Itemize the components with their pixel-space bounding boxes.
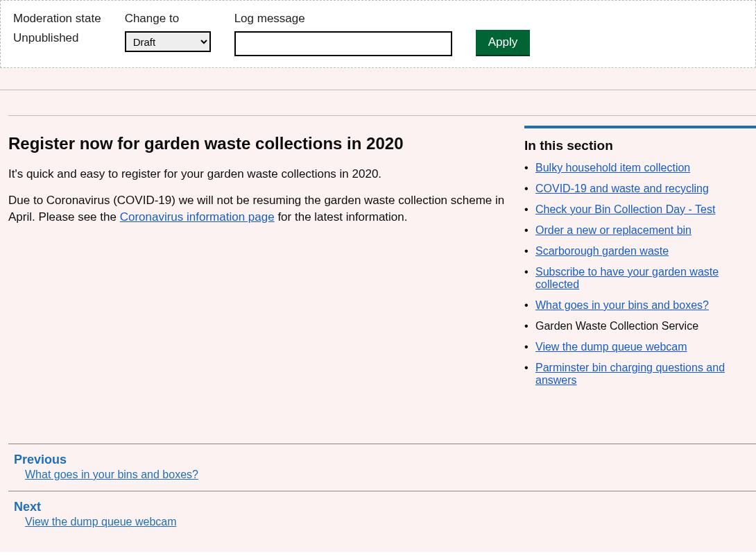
change-to-group: Change to Draft bbox=[125, 12, 211, 52]
section-nav-item: View the dump queue webcam bbox=[524, 341, 756, 353]
log-message-group: Log message bbox=[234, 12, 452, 56]
pager-previous: Previous What goes in your bins and boxe… bbox=[8, 444, 756, 491]
moderation-state-group: Moderation state Unpublished bbox=[13, 12, 101, 45]
moderation-bar: Moderation state Unpublished Change to D… bbox=[0, 0, 756, 68]
section-nav-item: Order a new or replacement bin bbox=[524, 224, 756, 237]
section-nav-link[interactable]: Order a new or replacement bin bbox=[535, 224, 691, 236]
apply-button[interactable]: Apply bbox=[476, 30, 531, 55]
section-nav-item: Bulky household item collection bbox=[524, 162, 756, 174]
section-nav-list: Bulky household item collectionCOVID-19 … bbox=[524, 162, 756, 387]
pager-next: Next View the dump queue webcam bbox=[8, 491, 756, 538]
section-nav-heading: In this section bbox=[524, 138, 756, 153]
pager: Previous What goes in your bins and boxe… bbox=[8, 444, 756, 538]
section-nav-item: Parminster bin charging questions and an… bbox=[524, 362, 756, 387]
section-nav-item: COVID-19 and waste and recycling bbox=[524, 183, 756, 195]
section-nav-link[interactable]: Scarborough garden waste bbox=[535, 245, 669, 257]
pager-next-label: Next bbox=[14, 500, 750, 514]
section-nav-link[interactable]: View the dump queue webcam bbox=[535, 341, 687, 353]
section-nav-item: Scarborough garden waste bbox=[524, 245, 756, 258]
section-nav-item: What goes in your bins and boxes? bbox=[524, 299, 756, 312]
change-to-select[interactable]: Draft bbox=[125, 31, 211, 52]
section-nav-link[interactable]: Check your Bin Collection Day - Test bbox=[535, 203, 715, 215]
pager-next-link[interactable]: View the dump queue webcam bbox=[25, 516, 177, 528]
section-nav-item: Subscribe to have your garden waste coll… bbox=[524, 266, 756, 291]
change-to-label: Change to bbox=[125, 12, 211, 26]
pager-previous-label: Previous bbox=[14, 453, 750, 467]
section-nav-link[interactable]: Bulky household item collection bbox=[535, 162, 690, 174]
page-title: Register now for garden waste collection… bbox=[8, 134, 506, 153]
main-content: Register now for garden waste collection… bbox=[8, 116, 524, 395]
covid-text-b: for the latest information. bbox=[275, 210, 408, 224]
section-nav-link[interactable]: Subscribe to have your garden waste coll… bbox=[535, 266, 719, 290]
coronavirus-link[interactable]: Coronavirus information page bbox=[120, 210, 275, 224]
log-message-label: Log message bbox=[234, 12, 452, 26]
moderation-state-label: Moderation state bbox=[13, 12, 101, 26]
section-nav-link[interactable]: Parminster bin charging questions and an… bbox=[535, 362, 725, 386]
section-nav: In this section Bulky household item col… bbox=[524, 126, 756, 387]
section-nav-item: Check your Bin Collection Day - Test bbox=[524, 203, 756, 216]
section-nav-link[interactable]: COVID-19 and waste and recycling bbox=[535, 183, 709, 194]
covid-paragraph: Due to Coronavirus (COVID-19) we will no… bbox=[8, 192, 506, 226]
moderation-state-value: Unpublished bbox=[13, 31, 101, 45]
log-message-input[interactable] bbox=[234, 31, 452, 56]
intro-paragraph: It's quick and easy to register for your… bbox=[8, 166, 506, 183]
pager-previous-link[interactable]: What goes in your bins and boxes? bbox=[25, 469, 198, 480]
section-nav-link[interactable]: What goes in your bins and boxes? bbox=[535, 299, 709, 311]
divider bbox=[0, 68, 756, 90]
section-nav-item: Garden Waste Collection Service bbox=[524, 320, 756, 332]
